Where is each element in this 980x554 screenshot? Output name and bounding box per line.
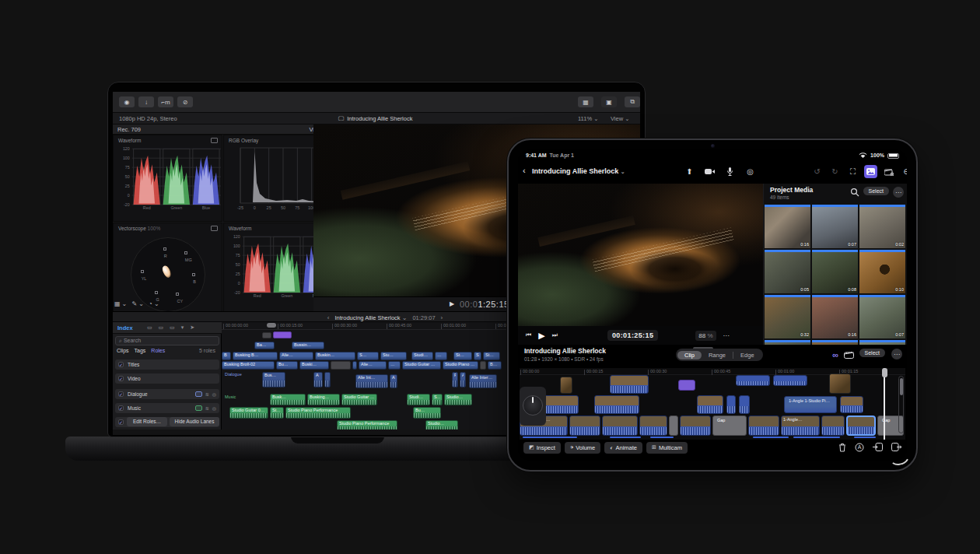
timeline-clip[interactable]: [773, 375, 807, 386]
audio-lane-bar[interactable]: [523, 437, 577, 438]
add-clip-icon[interactable]: [882, 165, 895, 178]
audio-lane-bar[interactable]: [793, 437, 840, 438]
role-row-titles[interactable]: ✓Titles: [115, 359, 219, 370]
timeline-clip[interactable]: Bus…: [262, 372, 285, 387]
keyword-icon[interactable]: ⌐m: [158, 96, 173, 107]
timeline-clip[interactable]: Alie…: [359, 361, 387, 370]
project-title-menu[interactable]: Introducing Allie Sherlock ⌄: [532, 167, 625, 175]
export-icon[interactable]: ⬆: [683, 165, 696, 178]
audio-lane-bar[interactable]: [753, 437, 789, 438]
timeline-clip[interactable]: Studi…: [411, 352, 433, 360]
timeline-clip[interactable]: [726, 395, 736, 414]
next-frame-icon[interactable]: ⏭: [552, 331, 558, 339]
focus-icon[interactable]: ◎: [212, 405, 216, 411]
role-row-dialogue[interactable]: ✓Dialogue≋◎: [115, 389, 219, 399]
timeline-clip[interactable]: Studio…: [444, 394, 472, 405]
index-tab-roles[interactable]: Roles: [151, 348, 165, 353]
timeline-clip[interactable]: [480, 361, 486, 370]
fullscreen-icon[interactable]: ⛶: [846, 165, 859, 178]
timeline-clip[interactable]: [829, 373, 851, 394]
timeline-layout-icon[interactable]: ⧉: [625, 96, 640, 107]
back-icon[interactable]: ‹: [523, 166, 526, 175]
role-color-badge[interactable]: [195, 405, 202, 411]
role-row-music[interactable]: ✓Music≋◎: [115, 403, 219, 413]
popout-icon[interactable]: [211, 138, 218, 143]
previous-project-icon[interactable]: ‹: [327, 314, 330, 321]
audio-lane-bar[interactable]: [610, 437, 641, 438]
checkbox-icon[interactable]: ✓: [118, 362, 124, 367]
timeline-clip[interactable]: A: [390, 374, 397, 388]
viewer-view-menu[interactable]: View ⌄: [611, 113, 630, 124]
timeline-title-menu[interactable]: Introducing Allie Sherlock ⌄: [334, 314, 407, 321]
role-color-badge[interactable]: [195, 391, 202, 397]
timeline-clip[interactable]: …: [435, 352, 447, 360]
timeline-clip[interactable]: [324, 372, 331, 387]
timeline-clip[interactable]: [669, 416, 678, 436]
browser-layout-icon[interactable]: ▦: [578, 96, 593, 107]
undo-icon[interactable]: ↺: [810, 165, 824, 178]
timeline-clip[interactable]: B: [222, 352, 231, 360]
timeline-clip[interactable]: …: [388, 361, 401, 370]
timeline-clip[interactable]: P: [452, 372, 458, 387]
segment-range[interactable]: Range: [702, 351, 733, 359]
import-icon[interactable]: ↓: [138, 96, 154, 107]
audio-lane-bar[interactable]: [650, 437, 674, 438]
checkbox-icon[interactable]: ✓: [118, 376, 124, 381]
animate-button[interactable]: ◐Animate: [604, 442, 642, 454]
timecode-display[interactable]: 00:01:25:15: [607, 330, 658, 341]
timeline-clip[interactable]: [352, 361, 357, 370]
timeline-zoom-slider[interactable]: [898, 376, 904, 433]
playhead-handle[interactable]: [882, 368, 887, 377]
jog-wheel[interactable]: [520, 387, 546, 426]
media-thumbnail[interactable]: 0:16: [765, 205, 810, 248]
playhead[interactable]: [884, 368, 885, 440]
timeline-clip[interactable]: [262, 332, 271, 338]
skimmer-handle[interactable]: [267, 323, 276, 328]
timeline-clip[interactable]: [748, 416, 779, 436]
connect-loop-icon[interactable]: ∞: [832, 350, 838, 359]
index-button[interactable]: Index: [117, 324, 133, 331]
popout-icon[interactable]: [211, 226, 218, 231]
timeline-clip[interactable]: Stu…: [270, 407, 284, 419]
timeline-select-button[interactable]: Select: [859, 349, 885, 357]
timeline-clip[interactable]: [610, 375, 649, 394]
timeline-clip[interactable]: [680, 416, 711, 436]
media-more-icon[interactable]: ⋯: [893, 187, 904, 198]
timeline-clip[interactable]: Studio Piano Performance: [285, 407, 351, 419]
timeline-clip[interactable]: Buski…: [299, 361, 329, 370]
timeline-tools[interactable]: ▦⌄ ✎⌄ ◔⌄: [114, 300, 161, 310]
timeline-clip[interactable]: [331, 361, 351, 370]
timeline-clip[interactable]: [639, 416, 667, 436]
timeline-clip[interactable]: Studio Guitar 02…: [229, 407, 268, 419]
media-thumbnail[interactable]: 0:07: [812, 205, 858, 248]
timeline-clip[interactable]: Studio Guitar …: [402, 361, 441, 370]
timeline-clip[interactable]: Studio Guitar 01 P…: [341, 394, 377, 405]
timeline-clip[interactable]: S: [474, 352, 481, 360]
media-browser-icon[interactable]: [864, 165, 877, 178]
zoom-level[interactable]: 88 %: [695, 331, 716, 341]
timeline-clip[interactable]: Busking Broll-02: [222, 361, 275, 370]
remove-icon[interactable]: ⊖: [900, 165, 907, 178]
volume-button[interactable]: 🕩Volume: [565, 442, 600, 454]
timeline-clip[interactable]: [273, 331, 292, 338]
audio-dial-icon[interactable]: A: [855, 443, 864, 452]
inspect-button[interactable]: ◩Inspect: [523, 442, 561, 454]
media-thumbnail[interactable]: 0:05: [765, 250, 810, 293]
timeline-clip[interactable]: Gap: [712, 416, 747, 436]
segment-clip[interactable]: Clip: [677, 351, 702, 359]
timeline-clip[interactable]: Busking…: [307, 394, 340, 405]
timeline-clip[interactable]: [594, 395, 639, 414]
timeline-clip[interactable]: Alie Inter…: [469, 374, 497, 388]
focus-icon[interactable]: ◎: [212, 391, 216, 397]
search-input[interactable]: ⌕ Search: [115, 336, 219, 345]
timeline-clip[interactable]: [739, 395, 750, 414]
media-thumbnail[interactable]: 0:02: [859, 205, 905, 248]
timeline-clip[interactable]: 1-Angle…: [781, 416, 820, 436]
timeline-clip[interactable]: [736, 375, 770, 386]
timeline-more-icon[interactable]: ⋯: [891, 349, 902, 359]
play-icon[interactable]: ▶: [450, 300, 454, 307]
timeline-clip[interactable]: Studio Piano …: [443, 361, 478, 370]
timeline-clip[interactable]: Ba…: [254, 342, 275, 349]
media-select-button[interactable]: Select: [863, 187, 889, 195]
timeline-clip[interactable]: Busking Perf…: [488, 361, 502, 370]
